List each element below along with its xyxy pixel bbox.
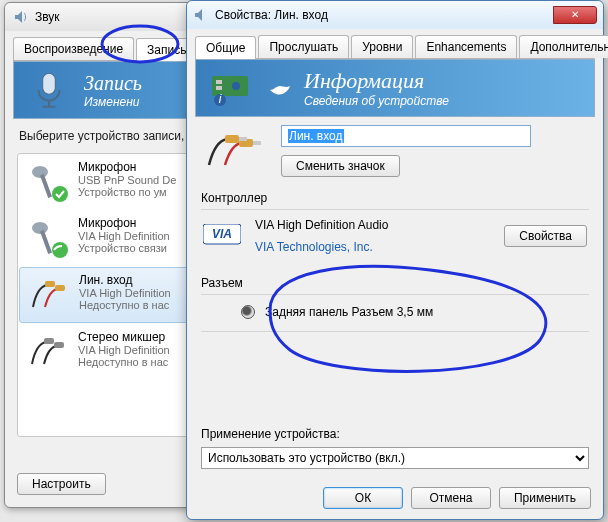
svg-rect-17 bbox=[225, 135, 239, 143]
close-button[interactable]: ✕ bbox=[553, 6, 597, 24]
microphone-icon bbox=[26, 160, 70, 204]
svg-rect-10 bbox=[54, 342, 64, 348]
device-sub: VIA High Definition bbox=[79, 287, 171, 299]
svg-rect-8 bbox=[55, 285, 65, 291]
usage-select[interactable]: Использовать это устройство (вкл.) bbox=[201, 447, 589, 469]
device-name: Стерео микшер bbox=[78, 330, 170, 344]
device-sub: VIA High Definition bbox=[78, 344, 170, 356]
svg-text:VIA: VIA bbox=[212, 227, 232, 241]
ok-button[interactable]: ОК bbox=[323, 487, 403, 509]
properties-window: Свойства: Лин. вход ✕ Общие Прослушать У… bbox=[186, 0, 604, 520]
microphone-icon bbox=[28, 69, 70, 111]
svg-rect-0 bbox=[43, 73, 56, 94]
device-sub: Недоступно в нас bbox=[79, 299, 171, 311]
info-banner: i Информация Сведения об устройстве bbox=[195, 59, 595, 117]
jack-text: Задняя панель Разъем 3,5 мм bbox=[265, 305, 433, 319]
dove-icon bbox=[268, 76, 292, 100]
jack-label: Разъем bbox=[201, 276, 589, 290]
stereo-mix-icon bbox=[26, 330, 70, 374]
tab-advanced[interactable]: Дополнительно bbox=[519, 35, 608, 58]
banner-title: Информация bbox=[304, 68, 449, 94]
via-logo-icon: VIA bbox=[203, 224, 241, 248]
apply-button[interactable]: Применить bbox=[499, 487, 591, 509]
props-tabs: Общие Прослушать Уровни Enhancements Доп… bbox=[195, 35, 595, 59]
dialog-buttons: ОК Отмена Применить bbox=[323, 487, 591, 509]
jack-dot-icon bbox=[241, 305, 255, 319]
svg-rect-13 bbox=[216, 86, 222, 90]
svg-rect-12 bbox=[216, 80, 222, 84]
svg-text:i: i bbox=[219, 92, 222, 106]
svg-rect-9 bbox=[44, 338, 54, 344]
device-name: Лин. вход bbox=[79, 273, 171, 287]
svg-rect-20 bbox=[253, 141, 261, 145]
device-name-input[interactable]: Лин. вход bbox=[281, 125, 531, 147]
sound-title: Звук bbox=[35, 10, 60, 24]
svg-rect-19 bbox=[239, 137, 247, 141]
tab-general[interactable]: Общие bbox=[195, 36, 256, 59]
controller-name: VIA High Definition Audio bbox=[255, 218, 490, 232]
device-sub: Недоступно в нас bbox=[78, 356, 170, 368]
tab-levels[interactable]: Уровни bbox=[351, 35, 413, 58]
line-in-icon bbox=[201, 125, 265, 173]
banner-subtitle: Изменени bbox=[84, 95, 142, 109]
device-name: Микрофон bbox=[78, 160, 176, 174]
svg-point-1 bbox=[32, 166, 48, 178]
tab-playback[interactable]: Воспроизведение bbox=[13, 37, 134, 60]
line-in-icon bbox=[27, 273, 71, 317]
microphone-icon bbox=[26, 216, 70, 260]
banner-title: Запись bbox=[84, 72, 142, 95]
svg-rect-2 bbox=[40, 174, 52, 198]
svg-point-14 bbox=[232, 82, 240, 90]
tab-enhancements[interactable]: Enhancements bbox=[415, 35, 517, 58]
usage-label: Применение устройства: bbox=[201, 427, 589, 441]
device-sub: VIA High Definition bbox=[78, 230, 170, 242]
device-sub: Устройство по ум bbox=[78, 186, 176, 198]
usage-section: Применение устройства: Использовать это … bbox=[201, 427, 589, 469]
controller-properties-button[interactable]: Свойства bbox=[504, 225, 587, 247]
speaker-icon bbox=[193, 7, 209, 23]
controller-label: Контроллер bbox=[201, 191, 589, 205]
device-sub: Устройство связи bbox=[78, 242, 170, 254]
device-sub: USB PnP Sound De bbox=[78, 174, 176, 186]
soundcard-icon: i bbox=[210, 68, 256, 108]
general-content: Лин. вход Сменить значок Контроллер VIA … bbox=[201, 125, 589, 332]
speaker-icon bbox=[13, 9, 29, 25]
banner-subtitle: Сведения об устройстве bbox=[304, 94, 449, 108]
svg-point-4 bbox=[32, 222, 48, 234]
controller-link[interactable]: VIA Technologies, Inc. bbox=[255, 240, 490, 254]
tab-listen[interactable]: Прослушать bbox=[258, 35, 349, 58]
props-title: Свойства: Лин. вход bbox=[215, 8, 328, 22]
configure-button[interactable]: Настроить bbox=[17, 473, 106, 495]
props-titlebar: Свойства: Лин. вход ✕ bbox=[187, 1, 603, 29]
cancel-button[interactable]: Отмена bbox=[411, 487, 491, 509]
svg-rect-7 bbox=[45, 281, 55, 287]
svg-point-3 bbox=[52, 186, 68, 202]
svg-rect-5 bbox=[40, 230, 52, 254]
change-icon-button[interactable]: Сменить значок bbox=[281, 155, 400, 177]
device-name: Микрофон bbox=[78, 216, 170, 230]
